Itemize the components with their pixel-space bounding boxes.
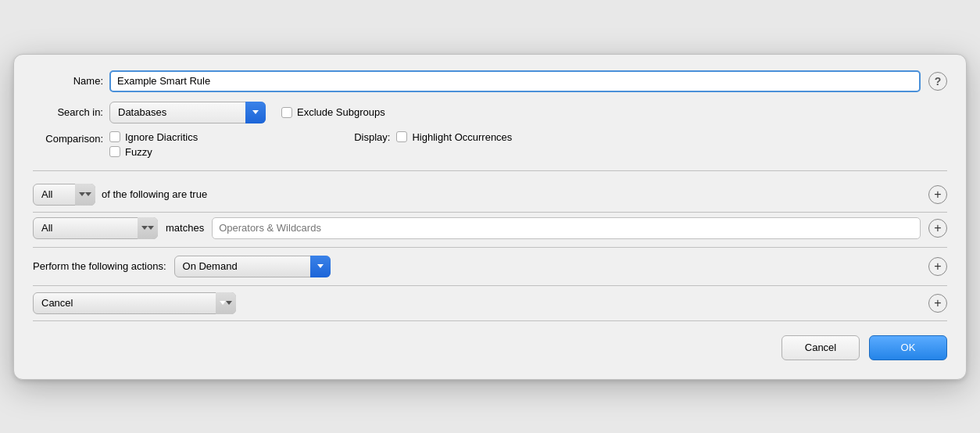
search-in-label: Search in: — [33, 106, 103, 118]
actions-row: Perform the following actions: On Demand… — [33, 248, 947, 285]
exclude-subgroups-checkbox[interactable] — [281, 107, 292, 118]
exclude-subgroups-text: Exclude Subgroups — [297, 106, 385, 118]
cancel-action-row: Cancel Add Tag Remove Tag + — [33, 285, 947, 321]
search-in-select-wrapper: Databases All Groups Selected Group — [109, 102, 266, 123]
smart-rule-dialog: Name: ? Search in: Databases All Groups … — [13, 54, 967, 380]
display-label: Display: — [354, 131, 390, 143]
name-row: Name: ? — [33, 70, 947, 92]
fuzzy-text: Fuzzy — [125, 146, 152, 158]
ignore-diacritics-checkbox[interactable] — [109, 131, 120, 142]
highlight-occurrences-text: Highlight Occurrences — [412, 131, 512, 143]
comparison-label: Comparison: — [33, 131, 103, 145]
add-match-button[interactable]: + — [928, 219, 947, 238]
comparison-checks: Ignore Diacritics Fuzzy — [109, 131, 198, 158]
ignore-diacritics-label[interactable]: Ignore Diacritics — [109, 131, 198, 143]
following-text: of the following are true — [102, 188, 207, 200]
matches-all-stepper-wrapper: All Any — [33, 217, 158, 239]
name-label: Name: — [33, 75, 103, 87]
on-demand-select[interactable]: On Demand On Import On Open On Close — [174, 256, 331, 277]
search-row: Search in: Databases All Groups Selected… — [33, 102, 947, 123]
divider-1 — [33, 170, 947, 171]
matches-all-select[interactable]: All Any — [33, 217, 158, 239]
actions-label-text: Perform the following actions: — [33, 260, 166, 272]
on-demand-wrapper: On Demand On Import On Open On Close — [174, 256, 331, 277]
cancel-select-wrapper: Cancel Add Tag Remove Tag — [33, 292, 236, 314]
add-condition-group-button[interactable]: + — [928, 185, 947, 204]
condition-header-row: All Any None of the following are true + — [33, 177, 947, 212]
all-stepper-wrapper: All Any None — [33, 184, 95, 206]
highlight-occurrences-label[interactable]: Highlight Occurrences — [396, 131, 512, 143]
fuzzy-checkbox[interactable] — [109, 146, 120, 157]
fuzzy-label[interactable]: Fuzzy — [109, 146, 198, 158]
add-cancel-action-button[interactable]: + — [928, 294, 947, 313]
wildcards-input[interactable] — [212, 217, 921, 239]
ignore-diacritics-text: Ignore Diacritics — [125, 131, 198, 143]
matches-label-text: matches — [166, 222, 204, 234]
display-section: Display: Highlight Occurrences — [354, 131, 512, 143]
exclude-subgroups-row: Exclude Subgroups — [281, 106, 385, 118]
name-input[interactable] — [109, 70, 921, 92]
ok-button[interactable]: OK — [869, 335, 947, 360]
exclude-subgroups-label[interactable]: Exclude Subgroups — [281, 106, 385, 118]
add-action-button[interactable]: + — [928, 257, 947, 276]
matches-row: All Any matches + — [33, 212, 947, 248]
all-select[interactable]: All Any None — [33, 184, 95, 206]
cancel-action-select[interactable]: Cancel Add Tag Remove Tag — [33, 292, 236, 314]
comparison-row: Comparison: Ignore Diacritics Fuzzy Disp… — [33, 131, 947, 158]
search-in-select[interactable]: Databases All Groups Selected Group — [109, 102, 266, 123]
bottom-buttons-row: Cancel OK — [33, 321, 947, 360]
highlight-occurrences-checkbox[interactable] — [396, 131, 407, 142]
help-button[interactable]: ? — [928, 72, 947, 91]
cancel-button[interactable]: Cancel — [781, 335, 860, 360]
